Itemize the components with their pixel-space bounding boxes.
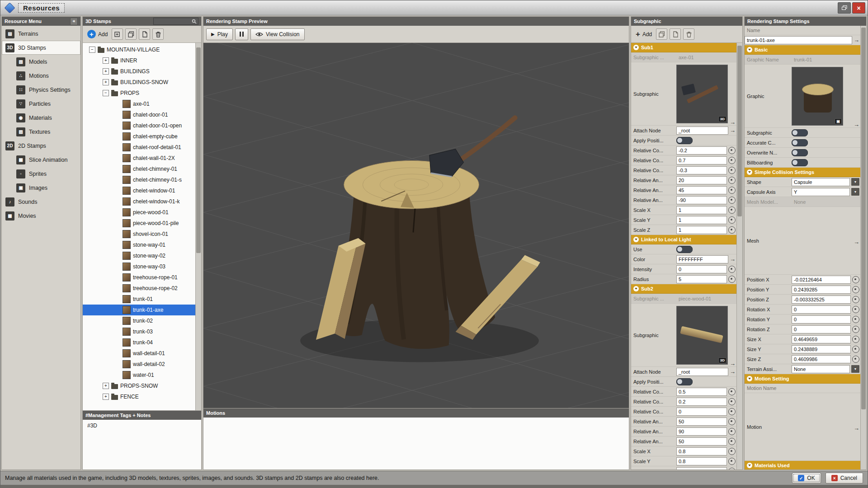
toggle-switch[interactable] bbox=[792, 159, 808, 166]
property-value[interactable]: 0.7 bbox=[676, 156, 727, 164]
tree-expander[interactable]: − bbox=[89, 47, 95, 53]
link-arrow-icon[interactable]: → bbox=[730, 361, 736, 366]
dropdown-button[interactable]: ▼ bbox=[851, 178, 859, 186]
spinner-icon[interactable] bbox=[852, 336, 859, 343]
toggle-switch[interactable] bbox=[792, 139, 808, 146]
property-value[interactable]: 1 bbox=[676, 206, 727, 214]
property-value[interactable]: 0.4649659 bbox=[792, 335, 851, 343]
spinner-icon[interactable] bbox=[728, 167, 736, 174]
tags-notes-area[interactable]: #3D bbox=[83, 420, 201, 469]
add-subgraphic-button[interactable]: + Add bbox=[634, 29, 654, 39]
property-value[interactable]: None bbox=[792, 365, 850, 373]
collapse-panel-button[interactable]: « bbox=[70, 18, 78, 25]
thumbnail-preview[interactable]: 3D bbox=[676, 65, 728, 123]
tree-item[interactable]: + PROPS-SNOW bbox=[83, 380, 196, 391]
delete-subgraphic-button[interactable] bbox=[683, 28, 694, 40]
spinner-icon[interactable] bbox=[852, 316, 859, 323]
spinner-icon[interactable] bbox=[728, 388, 736, 395]
resource-menu-item[interactable]: 2D 2D Stamps bbox=[2, 139, 80, 153]
tree-item[interactable]: + FENCE bbox=[83, 391, 196, 402]
spinner-icon[interactable] bbox=[728, 197, 736, 204]
resource-menu-item[interactable]: ∴ Motions bbox=[2, 69, 80, 83]
resource-menu-item[interactable]: ▦ Movies bbox=[2, 209, 80, 223]
section-chevron-icon[interactable] bbox=[747, 47, 752, 52]
property-value[interactable]: 1 bbox=[676, 226, 727, 234]
thumbnail-preview[interactable]: 3D bbox=[676, 306, 728, 365]
spinner-icon[interactable] bbox=[852, 286, 859, 293]
dropdown-button[interactable]: ▼ bbox=[851, 365, 859, 373]
tree-expander[interactable]: + bbox=[103, 383, 109, 389]
property-value[interactable]: trunk-01-axe bbox=[745, 36, 852, 44]
spinner-icon[interactable] bbox=[728, 177, 736, 184]
title-bar[interactable]: Resources × bbox=[0, 0, 868, 15]
spinner-icon[interactable] bbox=[728, 418, 736, 425]
cancel-button[interactable]: × Cancel bbox=[826, 473, 863, 483]
spinner-icon[interactable] bbox=[728, 398, 736, 405]
preview-viewport[interactable] bbox=[203, 43, 629, 408]
tree-expander[interactable]: + bbox=[103, 68, 109, 75]
tree-item[interactable]: shovel-icon-01 bbox=[83, 229, 196, 239]
tree-item[interactable]: − MOUNTAIN-VILLAGE bbox=[83, 44, 196, 55]
spinner-icon[interactable] bbox=[728, 147, 736, 154]
spinner-icon[interactable] bbox=[852, 306, 859, 313]
tree-item[interactable]: chalet-door-01-open bbox=[83, 120, 196, 131]
property-value[interactable]: FFFFFFFF bbox=[676, 255, 728, 263]
property-value[interactable]: 0.2 bbox=[676, 398, 727, 406]
toggle-switch[interactable] bbox=[676, 137, 693, 144]
spinner-icon[interactable] bbox=[728, 266, 736, 273]
ok-button[interactable]: ✓ OK bbox=[792, 473, 821, 483]
tree-item[interactable]: chelet-chimney-01-s bbox=[83, 174, 196, 185]
spinner-icon[interactable] bbox=[728, 438, 736, 445]
resource-menu-item[interactable]: ▫ Sprites bbox=[2, 167, 80, 181]
spinner-icon[interactable] bbox=[728, 226, 736, 234]
property-value[interactable]: -0.3 bbox=[676, 166, 727, 174]
tree-item[interactable]: stone-way-03 bbox=[83, 261, 196, 272]
spinner-icon[interactable] bbox=[728, 187, 736, 194]
tree-scrollbar-thumb[interactable] bbox=[196, 47, 201, 253]
spinner-icon[interactable] bbox=[728, 206, 736, 214]
property-value[interactable]: 50 bbox=[676, 418, 727, 426]
link-arrow-icon[interactable]: → bbox=[854, 425, 859, 431]
toggle-switch[interactable] bbox=[792, 129, 808, 136]
property-value[interactable]: 0 bbox=[792, 325, 851, 333]
section-chevron-icon[interactable] bbox=[747, 376, 752, 381]
property-value[interactable]: Capsule bbox=[792, 178, 850, 186]
tree-item[interactable]: stone-way-02 bbox=[83, 250, 196, 261]
tree-item[interactable]: + BUILDINGS bbox=[83, 66, 196, 77]
property-value[interactable]: trunk-01 bbox=[792, 56, 859, 64]
section-chevron-icon[interactable] bbox=[633, 45, 639, 50]
link-arrow-icon[interactable]: → bbox=[730, 369, 736, 375]
pause-button[interactable] bbox=[235, 28, 248, 40]
toggle-switch[interactable] bbox=[792, 149, 808, 156]
property-value[interactable]: 0.4609986 bbox=[792, 355, 851, 363]
property-value[interactable]: 0 bbox=[792, 305, 851, 314]
thumbnail-preview[interactable]: ▣ bbox=[792, 67, 843, 126]
property-value[interactable]: -0.2 bbox=[676, 146, 727, 155]
property-value[interactable]: 0.8 bbox=[676, 467, 727, 470]
property-value[interactable]: -0.02126464 bbox=[792, 276, 851, 284]
search-input[interactable] bbox=[153, 18, 198, 25]
property-value[interactable]: 45 bbox=[676, 186, 727, 194]
property-value[interactable]: 0.5 bbox=[676, 388, 727, 396]
resource-menu-item[interactable]: 3D 3D Stamps bbox=[2, 41, 80, 55]
link-arrow-icon[interactable]: → bbox=[730, 119, 736, 125]
resource-menu-item[interactable]: ▩ Slice Animation bbox=[2, 153, 80, 167]
tree-item[interactable]: chalet-wall-01-2X bbox=[83, 153, 196, 164]
spinner-icon[interactable] bbox=[728, 408, 736, 415]
new-folder-button[interactable] bbox=[112, 28, 123, 40]
close-window-button[interactable]: × bbox=[852, 2, 865, 14]
toggle-switch[interactable] bbox=[676, 378, 693, 385]
tree-item[interactable]: piece-wood-01 bbox=[83, 207, 196, 218]
link-arrow-icon[interactable]: → bbox=[730, 256, 736, 262]
spinner-icon[interactable] bbox=[728, 276, 736, 283]
restore-window-button[interactable] bbox=[838, 2, 851, 14]
tree-item[interactable]: chalet-roof-detail-01 bbox=[83, 142, 196, 153]
property-value[interactable]: 0 bbox=[676, 408, 727, 416]
dropdown-button[interactable]: ▼ bbox=[851, 188, 859, 196]
resource-menu-item[interactable]: ▨ Textures bbox=[2, 125, 80, 139]
property-value[interactable]: 0.2439285 bbox=[792, 286, 851, 294]
property-value[interactable]: 1 bbox=[676, 216, 727, 224]
property-value[interactable]: 0.2438889 bbox=[792, 345, 851, 353]
spinner-icon[interactable] bbox=[728, 157, 736, 164]
property-value[interactable]: None bbox=[792, 198, 859, 206]
